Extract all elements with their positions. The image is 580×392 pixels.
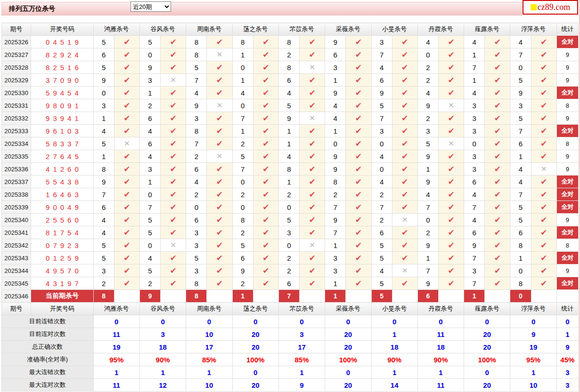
check-icon: ✔ <box>540 152 547 161</box>
col-header-numbers: 开奖号码 <box>31 303 93 315</box>
kill-mark-cell: ✔ <box>114 214 139 226</box>
kill-mark-cell: ✔ <box>346 112 371 125</box>
check-icon: ✔ <box>540 228 547 237</box>
stats-value-cell: 1 <box>93 366 139 379</box>
table-row: 2025343012595✔4✔5✔6✔2✔3✔5✔1✔7✔1✔全对 <box>2 252 579 264</box>
kill-number-cell: 4 <box>464 87 485 99</box>
check-icon: ✔ <box>262 88 269 97</box>
kill-mark-cell: ✔ <box>438 61 464 74</box>
check-icon: ✔ <box>401 50 408 59</box>
kill-number-cell: 4 <box>139 125 160 137</box>
kill-mark-cell: ✔ <box>392 188 417 201</box>
kill-number-cell: 5 <box>510 214 531 226</box>
check-icon: ✔ <box>355 114 362 123</box>
kill-number-cell: 4 <box>325 99 346 112</box>
kill-mark-cell: ✔ <box>114 226 139 239</box>
kill-mark-cell: ✔ <box>114 125 139 137</box>
stats-value-cell: 90% <box>139 353 186 366</box>
kill-mark-cell: ✔ <box>114 252 139 264</box>
col-header-expert-10: 浮萍杀号 <box>510 303 556 315</box>
stat-cell: 9 <box>556 163 578 176</box>
kill-mark-cell: ✔ <box>253 163 278 176</box>
current-kill-number-cell: 9 <box>139 290 160 303</box>
logo-square-icon <box>531 4 537 10</box>
kill-number-cell: 5 <box>93 137 114 150</box>
period-cell: 2025332 <box>2 112 31 125</box>
kill-number-cell: 2 <box>186 150 207 163</box>
kill-mark-cell: ✔ <box>253 264 278 277</box>
col-header-expert-5: 芣苡杀号 <box>278 303 325 315</box>
kill-mark-cell: ✔ <box>207 176 232 188</box>
table-row: 2025340255604✔5✔6✔8✔5✔9✔2✕0✔4✔5✔9 <box>2 214 579 226</box>
kill-mark-cell: ✔ <box>438 112 464 125</box>
kill-mark-cell: ✔ <box>531 277 556 290</box>
kill-number-cell: 4 <box>278 150 299 163</box>
check-icon: ✔ <box>540 63 547 72</box>
check-icon: ✔ <box>262 241 269 250</box>
check-icon: ✔ <box>494 190 501 199</box>
check-icon: ✔ <box>494 177 501 186</box>
kill-number-cell: 3 <box>464 112 485 125</box>
kill-mark-cell: ✔ <box>392 137 417 150</box>
winning-numbers-cell: 90049 <box>31 201 93 214</box>
kill-number-cell: 1 <box>417 163 438 176</box>
stat-badge-all-correct: 全对 <box>556 125 578 137</box>
check-icon: ✔ <box>494 114 501 123</box>
stats-label: 目前连错次数 <box>2 315 94 328</box>
kill-number-cell: 4 <box>139 150 160 163</box>
kill-number-cell: 0 <box>139 188 160 201</box>
period-cell: 2025341 <box>2 226 31 239</box>
check-icon: ✔ <box>401 101 408 110</box>
site-logo[interactable]: cz89.com <box>523 0 578 15</box>
stats-value-cell: 100% <box>325 353 371 366</box>
kill-number-cell: 7 <box>139 201 160 214</box>
stat-cell: 9 <box>556 112 578 125</box>
kill-number-cell: 9 <box>371 87 392 99</box>
check-icon: ✔ <box>309 203 315 212</box>
check-icon: ✔ <box>448 177 454 186</box>
kill-number-cell: 4 <box>464 36 485 48</box>
kill-mark-cell: ✔ <box>253 99 278 112</box>
stats-value-cell: 0 <box>464 366 510 379</box>
stat-cell <box>556 290 578 303</box>
kill-mark-cell: ✔ <box>392 74 417 87</box>
check-icon: ✔ <box>123 203 130 212</box>
kill-number-cell: 8 <box>232 36 253 48</box>
kill-mark-cell: ✔ <box>207 239 232 252</box>
table-row: 2025344495703✔5✔3✔9✔2✔3✔4✕7✔3✔0✔9 <box>2 264 579 277</box>
kill-mark-cell: ✕ <box>392 264 417 277</box>
check-icon: ✔ <box>448 76 454 85</box>
check-icon: ✔ <box>123 190 130 199</box>
kill-mark-cell: ✔ <box>392 125 417 137</box>
stats-value-cell: 17 <box>278 341 325 353</box>
kill-mark-cell: ✔ <box>300 176 325 188</box>
stat-cell: 8 <box>556 239 578 252</box>
kill-number-cell: 3 <box>325 264 346 277</box>
period-cell: 2025344 <box>2 264 31 277</box>
kill-number-cell: 6 <box>371 74 392 87</box>
current-kill-mark-cell <box>346 290 371 303</box>
kill-mark-cell: ✕ <box>207 150 232 163</box>
kill-number-cell: 8 <box>186 36 207 48</box>
kill-number-cell: 1 <box>510 252 531 264</box>
page: 排列五万位杀号 近20期 cz89.com 期号开奖号码鸿雁杀号谷风杀号周南杀号… <box>0 0 580 392</box>
period-select[interactable]: 近20期 <box>131 1 171 12</box>
check-icon: ✔ <box>355 88 362 97</box>
table-row: 2025339900496✔7✔0✔0✔0✔7✔7✔7✔7✔5✔全对 <box>2 201 579 214</box>
period-cell: 2025338 <box>2 188 31 201</box>
check-icon: ✔ <box>355 63 362 72</box>
check-icon: ✔ <box>123 177 130 186</box>
period-cell: 2025335 <box>2 150 31 163</box>
check-icon: ✔ <box>401 114 408 123</box>
period-cell: 2025333 <box>2 125 31 137</box>
kill-number-cell: 5 <box>93 61 114 74</box>
kill-mark-cell: ✔ <box>346 74 371 87</box>
kill-number-cell: 0 <box>371 137 392 150</box>
kill-number-cell: 1 <box>139 87 160 99</box>
kill-mark-cell: ✕ <box>531 163 556 176</box>
stats-row: 总正确次数191817201720181820199 <box>2 341 579 353</box>
check-icon: ✔ <box>448 152 454 161</box>
kill-number-cell: 6 <box>464 176 485 188</box>
kill-mark-cell: ✔ <box>438 163 464 176</box>
kill-number-cell: 7 <box>371 48 392 61</box>
